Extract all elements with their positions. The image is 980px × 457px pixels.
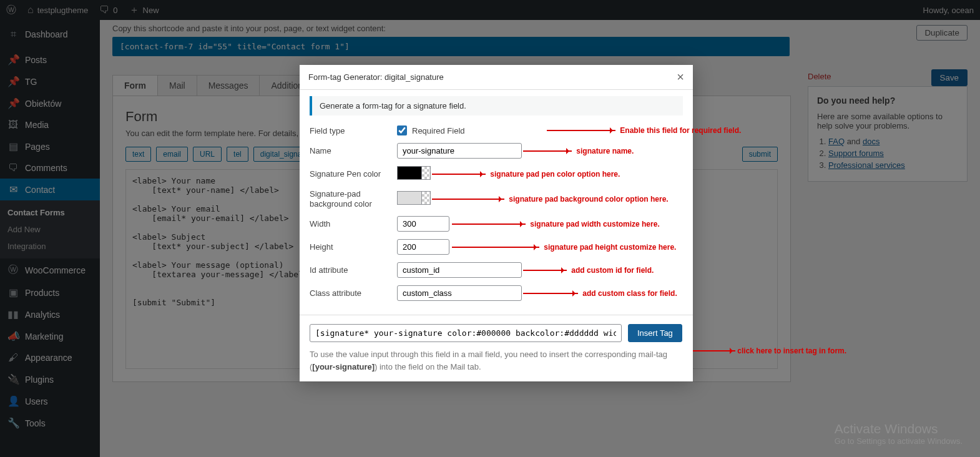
callout-width: signature pad width customize here. <box>530 220 659 228</box>
mail-tag-name: [your-signature] <box>312 362 375 371</box>
bg-color-alpha[interactable] <box>422 191 431 205</box>
id-attr-input[interactable] <box>397 262 522 278</box>
bg-color-swatch[interactable] <box>397 191 422 205</box>
class-attr-input[interactable] <box>397 285 522 301</box>
label-height: Height <box>310 242 397 252</box>
callout-pen: signature pad pen color option here. <box>490 170 620 179</box>
modal-info: Generate a form-tag for a signature fiel… <box>310 96 683 115</box>
close-icon[interactable]: × <box>677 70 684 84</box>
callout-insert: click here to insert tag in form. <box>737 346 846 355</box>
modal-header: Form-tag Generator: digital_signature × <box>300 65 693 90</box>
activate-title: Activate Windows <box>835 421 963 436</box>
label-bg-color: Signature-pad background color <box>310 189 397 209</box>
callout-required: Enable this field for required field. <box>620 126 741 135</box>
modal-title: Form-tag Generator: digital_signature <box>308 72 444 82</box>
insert-tag-button[interactable]: Insert Tag <box>628 324 682 342</box>
form-tag-generator-modal: Form-tag Generator: digital_signature × … <box>300 65 693 381</box>
height-input[interactable] <box>397 239 449 255</box>
modal-footer: Insert Tag To use the value input throug… <box>300 315 693 381</box>
pen-color-swatch[interactable] <box>397 166 422 180</box>
callout-insert-arrow: click here to insert tag in form. <box>693 346 846 355</box>
tag-output-input[interactable] <box>310 324 622 342</box>
callout-class: add custom class for field. <box>582 289 677 298</box>
width-input[interactable] <box>397 216 449 232</box>
label-class-attr: Class attribute <box>310 288 397 298</box>
mail-tag-note: To use the value input through this fiel… <box>310 348 683 373</box>
required-checkbox[interactable] <box>397 125 407 135</box>
activate-sub: Go to Settings to activate Windows. <box>835 436 963 446</box>
label-width: Width <box>310 219 397 228</box>
callout-bg: signature pad background color option he… <box>509 195 668 204</box>
required-label: Required Field <box>412 126 465 135</box>
pen-color-alpha[interactable] <box>422 166 431 180</box>
callout-height: signature pad height customize here. <box>544 243 676 252</box>
label-field-type: Field type <box>310 126 397 135</box>
callout-id: add custom id for field. <box>571 266 654 275</box>
name-input[interactable] <box>397 143 522 159</box>
label-pen-color: Signature Pen color <box>310 169 397 179</box>
callout-name: signature name. <box>576 147 634 155</box>
activate-windows-watermark: Activate Windows Go to Settings to activ… <box>835 421 963 446</box>
label-name: Name <box>310 146 397 155</box>
label-id-attr: Id attribute <box>310 265 397 275</box>
